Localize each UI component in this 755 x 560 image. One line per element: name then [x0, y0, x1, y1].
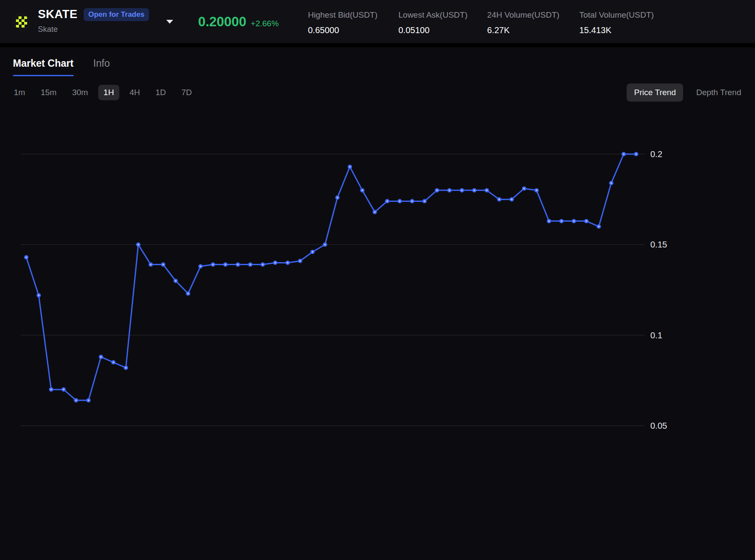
stat-value: 0.65000 — [308, 25, 378, 35]
stat-label: Lowest Ask(USDT) — [398, 10, 467, 20]
timeframe-15m[interactable]: 15m — [40, 88, 56, 97]
token-name: Skate — [38, 25, 149, 34]
stat-24h-volume: 24H Volume(USDT) 6.27K — [487, 10, 559, 35]
trend-toggle: Price Trend Depth Trend — [627, 84, 741, 102]
svg-text:0.2: 0.2 — [650, 149, 662, 159]
svg-text:0.1: 0.1 — [650, 331, 662, 340]
timeframe-1m[interactable]: 1m — [14, 88, 25, 97]
svg-text:0.05: 0.05 — [650, 421, 667, 430]
stat-label: Highest Bid(USDT) — [308, 10, 378, 20]
timeframe-1d[interactable]: 1D — [155, 88, 166, 97]
stat-label: 24H Volume(USDT) — [487, 10, 559, 20]
chart-controls: 1m 15m 30m 1H 4H 1D 7D Price Trend Depth… — [0, 84, 755, 102]
timeframe-30m[interactable]: 30m — [72, 88, 88, 97]
stat-value: 15.413K — [579, 25, 654, 35]
token-logo-icon — [12, 12, 31, 31]
token-title-block: SKATE Open for Trades Skate — [38, 8, 149, 34]
last-price: 0.20000 — [198, 14, 246, 30]
token-symbol: SKATE — [38, 8, 78, 21]
timeframe-7d[interactable]: 7D — [181, 88, 192, 97]
stat-lowest-ask: Lowest Ask(USDT) 0.05100 — [398, 10, 467, 35]
timeframe-4h[interactable]: 4H — [130, 88, 140, 97]
chart-tabs: Market Chart Info — [0, 47, 755, 76]
stat-highest-bid: Highest Bid(USDT) 0.65000 — [308, 10, 378, 35]
trade-status-badge: Open for Trades — [84, 8, 149, 21]
price-trend-line-chart: 0.20.150.10.05 — [0, 104, 755, 453]
price-trend-button[interactable]: Price Trend — [627, 84, 683, 102]
tab-info[interactable]: Info — [93, 58, 110, 69]
timeframe-1h[interactable]: 1H — [98, 85, 119, 100]
stat-total-volume: Total Volume(USDT) 15.413K — [579, 10, 654, 35]
stat-value: 0.05100 — [398, 25, 467, 35]
timeframe-selector: 1m 15m 30m 1H 4H 1D 7D — [14, 85, 192, 100]
checker-pattern-icon — [16, 16, 27, 28]
svg-text:0.15: 0.15 — [650, 240, 667, 249]
depth-trend-button[interactable]: Depth Trend — [696, 88, 741, 97]
tab-market-chart[interactable]: Market Chart — [13, 58, 74, 76]
price-block: 0.20000 +2.66% — [198, 14, 279, 30]
market-dropdown-caret-icon[interactable] — [166, 20, 173, 24]
stat-value: 6.27K — [487, 25, 559, 35]
market-chart-panel: Market Chart Info 1m 15m 30m 1H 4H 1D 7D… — [0, 47, 755, 453]
header-divider — [0, 43, 755, 47]
market-header: SKATE Open for Trades Skate 0.20000 +2.6… — [0, 0, 755, 43]
stat-label: Total Volume(USDT) — [579, 10, 654, 20]
price-change-percent: +2.66% — [251, 19, 279, 28]
